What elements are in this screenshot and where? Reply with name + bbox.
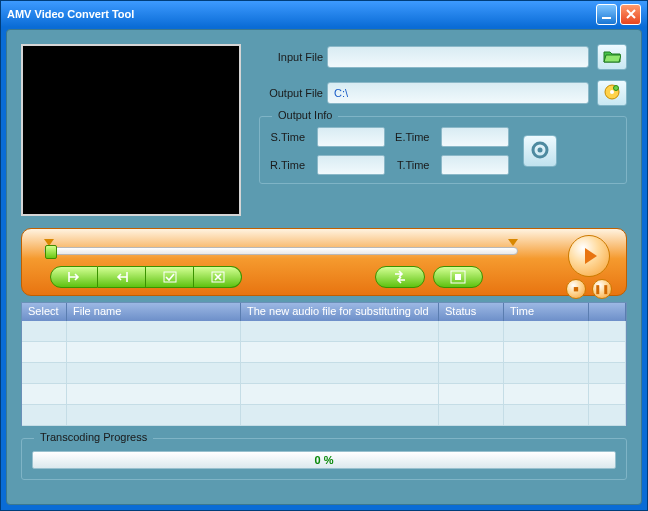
browse-input-button[interactable] <box>597 44 627 70</box>
mark-end-button[interactable] <box>98 266 146 288</box>
app-window: AMV Video Convert Tool Input File Output… <box>0 0 648 511</box>
input-file-label: Input File <box>259 51 327 63</box>
progress-text: 0 % <box>315 454 334 466</box>
table-body[interactable] <box>22 321 626 425</box>
svg-rect-5 <box>164 272 176 282</box>
t-time-label: T.Time <box>395 159 431 171</box>
control-panel: ■ ❚❚ <box>21 228 627 296</box>
settings-button[interactable] <box>523 135 557 167</box>
stop-small-button[interactable]: ■ <box>566 279 586 299</box>
select-all-button[interactable] <box>146 266 194 288</box>
r-time-value <box>317 155 385 175</box>
window-title: AMV Video Convert Tool <box>7 8 134 20</box>
client-area: Input File Output File C:\ Output Info <box>6 29 642 505</box>
gear-icon <box>530 140 550 162</box>
table-row[interactable] <box>22 384 626 405</box>
s-time-label: S.Time <box>270 131 307 143</box>
output-info-group: Output Info S.Time E.Time R.Time T.Time <box>259 116 627 184</box>
titlebar: AMV Video Convert Tool <box>1 1 647 27</box>
input-file-field[interactable] <box>327 46 589 68</box>
end-marker-icon[interactable] <box>508 239 518 246</box>
minimize-button[interactable] <box>596 4 617 25</box>
s-time-value <box>317 127 385 147</box>
svg-rect-8 <box>455 274 461 280</box>
col-spacer <box>589 303 626 321</box>
disc-icon <box>604 84 620 102</box>
col-newaudio[interactable]: The new audio file for substituting old <box>241 303 439 321</box>
table-row[interactable] <box>22 342 626 363</box>
folder-open-icon <box>603 49 621 65</box>
output-file-label: Output File <box>259 87 327 99</box>
table-row[interactable] <box>22 405 626 426</box>
slider-handle[interactable] <box>45 245 57 259</box>
col-status[interactable]: Status <box>439 303 504 321</box>
play-button[interactable] <box>568 235 610 277</box>
table-row[interactable] <box>22 321 626 342</box>
svg-point-1 <box>610 90 614 94</box>
table-header: Select File name The new audio file for … <box>22 303 626 321</box>
progress-bar: 0 % <box>32 451 616 469</box>
video-preview <box>21 44 241 216</box>
col-time[interactable]: Time <box>504 303 589 321</box>
stop-button[interactable] <box>433 266 483 288</box>
col-filename[interactable]: File name <box>67 303 241 321</box>
r-time-label: R.Time <box>270 159 307 171</box>
progress-legend: Transcoding Progress <box>34 431 153 443</box>
e-time-label: E.Time <box>395 131 431 143</box>
browse-output-button[interactable] <box>597 80 627 106</box>
output-info-legend: Output Info <box>272 109 338 121</box>
mark-start-button[interactable] <box>50 266 98 288</box>
output-file-field[interactable]: C:\ <box>327 82 589 104</box>
table-row[interactable] <box>22 363 626 384</box>
deselect-button[interactable] <box>194 266 242 288</box>
file-table: Select File name The new audio file for … <box>21 302 627 426</box>
slider-track[interactable] <box>44 247 518 255</box>
e-time-value <box>441 127 509 147</box>
progress-group: Transcoding Progress 0 % <box>21 438 627 480</box>
svg-point-4 <box>538 148 543 153</box>
t-time-value <box>441 155 509 175</box>
convert-button[interactable] <box>375 266 425 288</box>
pause-small-button[interactable]: ❚❚ <box>592 279 612 299</box>
close-button[interactable] <box>620 4 641 25</box>
svg-point-2 <box>614 86 619 91</box>
col-select[interactable]: Select <box>22 303 67 321</box>
timeline-slider[interactable] <box>44 239 518 255</box>
